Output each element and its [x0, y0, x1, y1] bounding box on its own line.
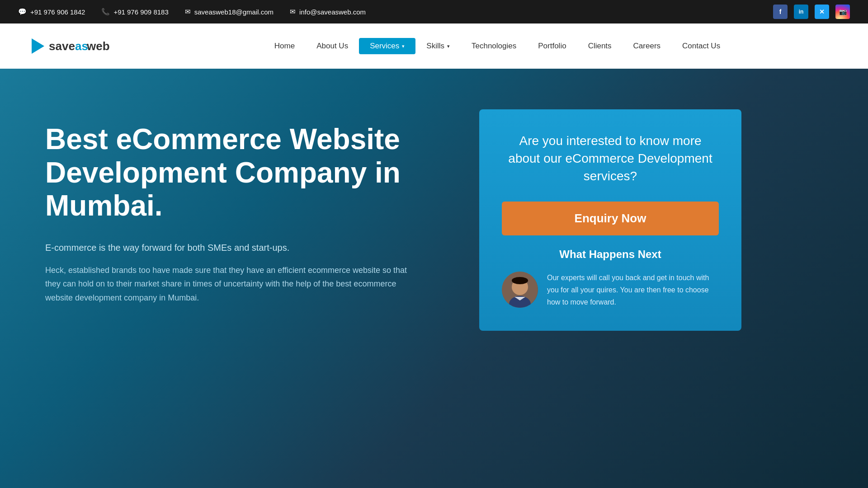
nav-portfolio[interactable]: Portfolio	[527, 38, 577, 54]
enquiry-now-button[interactable]: Enquiry Now	[502, 202, 719, 235]
phone1-text: +91 976 906 1842	[30, 8, 85, 16]
logo[interactable]: save as web	[27, 34, 118, 58]
card-title: Are you interested to know more about ou…	[502, 132, 719, 185]
svg-text:save: save	[49, 39, 75, 53]
social-links: f in ✕ 📷	[773, 5, 850, 19]
svg-text:web: web	[86, 39, 110, 53]
nav-technologies[interactable]: Technologies	[461, 38, 527, 54]
whatsapp-contact[interactable]: 💬 +91 976 906 1842	[18, 8, 85, 16]
instagram-icon[interactable]: 📷	[835, 5, 850, 19]
whatsapp-icon: 💬	[18, 8, 27, 16]
twitter-icon[interactable]: ✕	[815, 5, 829, 19]
nav-home[interactable]: Home	[264, 38, 306, 54]
svg-text:as: as	[75, 39, 88, 53]
expert-text: Our experts will call you back and get i…	[547, 272, 719, 309]
email1-text: saveasweb18@gmail.com	[194, 8, 274, 16]
mail-icon-1: ✉	[185, 8, 191, 16]
logo-svg: save as web	[27, 34, 118, 58]
email2-contact[interactable]: ✉ info@saveasweb.com	[290, 8, 366, 16]
expert-row: Our experts will call you back and get i…	[502, 272, 719, 309]
hero-subtitle: E-commerce is the way forward for both S…	[45, 241, 452, 254]
nav-clients[interactable]: Clients	[577, 38, 623, 54]
enquiry-card: Are you interested to know more about ou…	[479, 109, 741, 331]
services-dropdown-icon: ▾	[402, 43, 405, 49]
phone2-text: +91 976 909 8183	[113, 8, 168, 16]
expert-avatar	[502, 272, 538, 308]
top-bar: 💬 +91 976 906 1842 📞 +91 976 909 8183 ✉ …	[0, 0, 868, 23]
email2-text: info@saveasweb.com	[299, 8, 366, 16]
top-bar-contacts: 💬 +91 976 906 1842 📞 +91 976 909 8183 ✉ …	[18, 8, 366, 16]
hero-section: Best eCommerce Website Development Compa…	[0, 69, 868, 488]
navbar: save as web Home About Us Services ▾ Ski…	[0, 23, 868, 69]
hero-title: Best eCommerce Website Development Compa…	[45, 123, 452, 223]
nav-links: Home About Us Services ▾ Skills ▾ Techno…	[154, 38, 841, 54]
phone-icon: 📞	[101, 8, 110, 16]
email1-contact[interactable]: ✉ saveasweb18@gmail.com	[185, 8, 274, 16]
nav-careers[interactable]: Careers	[623, 38, 671, 54]
nav-services[interactable]: Services ▾	[359, 38, 415, 54]
linkedin-icon[interactable]: in	[794, 5, 808, 19]
svg-point-7	[512, 277, 528, 284]
facebook-icon[interactable]: f	[773, 5, 788, 19]
svg-marker-0	[32, 38, 44, 54]
skills-dropdown-icon: ▾	[447, 43, 450, 49]
mail-icon-2: ✉	[290, 8, 296, 16]
nav-about-us[interactable]: About Us	[306, 38, 359, 54]
nav-skills[interactable]: Skills ▾	[415, 38, 461, 54]
nav-contact-us[interactable]: Contact Us	[671, 38, 731, 54]
hero-body: Heck, established brands too have made s…	[45, 263, 416, 305]
what-happens-title: What Happens Next	[502, 248, 719, 261]
phone-contact[interactable]: 📞 +91 976 909 8183	[101, 8, 168, 16]
hero-content: Best eCommerce Website Development Compa…	[45, 105, 452, 305]
